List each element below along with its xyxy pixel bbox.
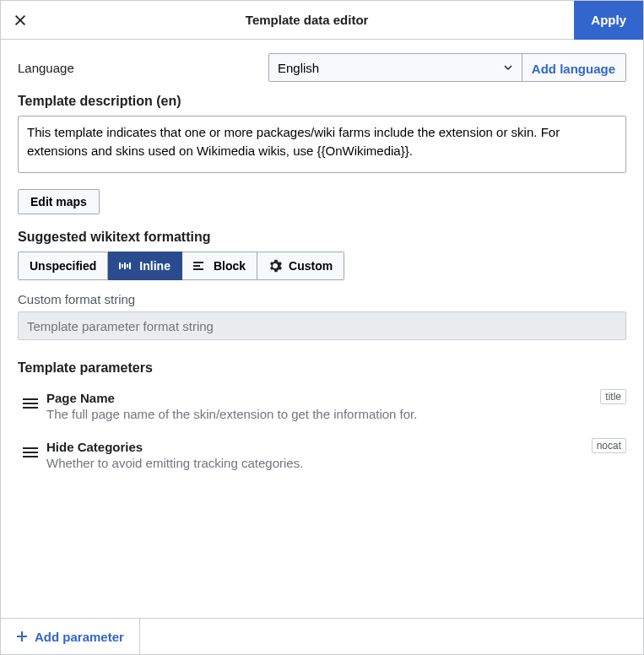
parameters-label: Template parameters [18, 360, 626, 376]
format-option-label: Unspecified [30, 259, 96, 273]
language-select[interactable]: English [269, 54, 522, 81]
close-icon [13, 13, 28, 28]
language-label: Language [18, 61, 258, 75]
custom-format-label: Custom format string [18, 292, 626, 306]
parameter-row[interactable]: Hide Categories Whether to avoid emittin… [18, 433, 626, 482]
parameter-tag: nocat [592, 438, 626, 453]
svg-rect-6 [193, 265, 200, 267]
apply-button[interactable]: Apply [574, 1, 643, 40]
svg-rect-0 [119, 263, 121, 269]
description-textarea[interactable] [18, 116, 626, 173]
parameter-description: Whether to avoid emitting tracking categ… [46, 456, 626, 470]
dialog-footer: Add parameter [1, 618, 643, 654]
svg-rect-3 [127, 264, 128, 268]
parameter-body: Hide Categories Whether to avoid emittin… [46, 440, 626, 470]
dialog-content: Language English Add language Template d… [1, 40, 643, 618]
language-controls: English Add language [268, 53, 626, 82]
add-language-link[interactable]: Add language [522, 54, 625, 83]
svg-rect-2 [124, 263, 126, 269]
description-label: Template description (en) [18, 94, 626, 109]
parameters-list: Page Name The full page name of the skin… [18, 384, 626, 482]
svg-rect-1 [122, 264, 123, 268]
parameter-name: Page Name [46, 391, 626, 405]
format-option-label: Block [214, 259, 246, 273]
format-custom-button[interactable]: Custom [257, 252, 344, 280]
block-icon [193, 261, 207, 271]
drag-handle[interactable] [18, 440, 43, 458]
svg-rect-10 [23, 407, 38, 409]
svg-rect-4 [129, 263, 131, 269]
dialog-title: Template data editor [40, 13, 574, 27]
svg-rect-11 [23, 447, 38, 449]
svg-rect-7 [193, 268, 203, 270]
format-block-button[interactable]: Block [182, 252, 257, 280]
svg-rect-13 [23, 456, 38, 457]
language-row: Language English Add language [18, 53, 626, 82]
add-parameter-button[interactable]: Add parameter [1, 619, 140, 654]
formatting-group: Unspecified Inline Block Custom [18, 252, 626, 280]
plus-icon [16, 631, 28, 642]
drag-icon [23, 447, 38, 458]
formatting-label: Suggested wikitext formatting [18, 230, 626, 245]
format-inline-button[interactable]: Inline [108, 252, 182, 280]
parameter-tag: title [600, 389, 626, 404]
parameter-body: Page Name The full page name of the skin… [46, 391, 626, 421]
svg-rect-12 [23, 452, 38, 453]
svg-rect-5 [193, 262, 203, 263]
format-unspecified-button[interactable]: Unspecified [18, 252, 108, 280]
format-option-label: Custom [289, 259, 333, 273]
add-parameter-label: Add parameter [35, 630, 124, 644]
parameter-description: The full page name of the skin/extension… [46, 407, 626, 421]
format-option-label: Inline [139, 259, 170, 273]
drag-icon [23, 398, 38, 409]
drag-handle[interactable] [18, 391, 43, 409]
dialog-header: Template data editor Apply [1, 1, 643, 40]
close-button[interactable] [1, 1, 40, 40]
svg-rect-8 [23, 398, 38, 400]
inline-icon [119, 261, 133, 271]
edit-maps-button[interactable]: Edit maps [18, 189, 100, 214]
parameter-name: Hide Categories [46, 440, 626, 454]
svg-rect-9 [23, 403, 38, 404]
parameter-row[interactable]: Page Name The full page name of the skin… [18, 384, 626, 433]
custom-format-input[interactable] [18, 311, 626, 340]
gear-icon [268, 259, 282, 273]
language-select-wrap: English [269, 54, 522, 81]
